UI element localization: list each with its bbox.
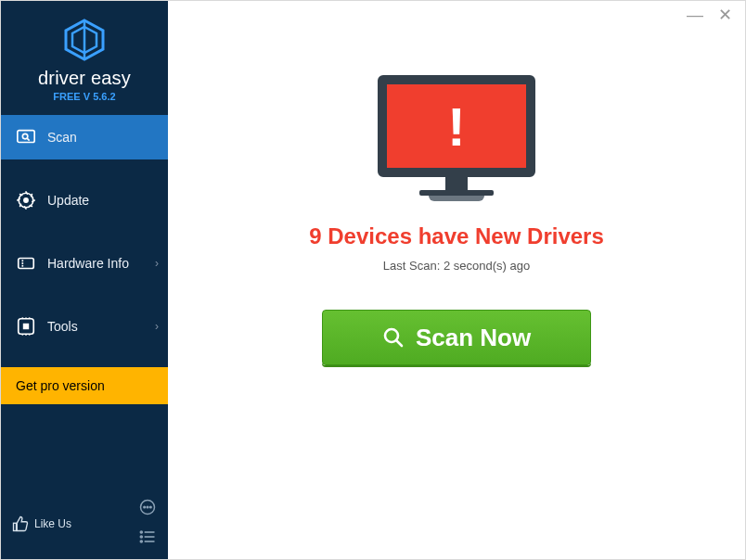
title-bar: — ✕ <box>674 1 745 29</box>
sidebar-item-label: Tools <box>47 319 78 334</box>
chevron-right-icon: › <box>155 320 159 333</box>
nav-list: Scan Update <box>1 115 168 367</box>
brand-version: FREE V 5.6.2 <box>53 91 115 102</box>
hardware-info-icon <box>16 253 36 274</box>
sidebar-item-update[interactable]: Update <box>1 178 168 223</box>
sidebar-item-tools[interactable]: Tools › <box>1 304 168 349</box>
sidebar-item-scan[interactable]: Scan <box>1 115 168 159</box>
update-icon <box>16 190 36 210</box>
svg-point-25 <box>140 531 142 533</box>
svg-point-27 <box>140 536 142 538</box>
sidebar-item-label: Update <box>47 193 89 208</box>
sidebar-item-label: Scan <box>47 130 77 145</box>
svg-rect-20 <box>14 523 17 530</box>
search-icon <box>382 326 405 349</box>
svg-rect-8 <box>19 259 34 269</box>
sidebar-footer: Like Us <box>1 498 168 550</box>
get-pro-label: Get pro version <box>16 378 105 393</box>
sidebar-item-label: Hardware Info <box>47 256 129 271</box>
like-us-label: Like Us <box>34 517 71 530</box>
status-title: 9 Devices have New Drivers <box>309 223 604 249</box>
sidebar: driver easy FREE V 5.6.2 Scan <box>1 1 168 559</box>
scan-icon <box>16 127 36 147</box>
svg-rect-13 <box>23 324 29 329</box>
svg-point-29 <box>140 541 142 542</box>
app-window: — ✕ driver easy FREE V 5.6.2 <box>0 0 746 560</box>
brand-name: driver easy <box>38 68 131 89</box>
main-panel: ! 9 Devices have New Drivers Last Scan: … <box>168 1 745 559</box>
svg-rect-3 <box>18 131 34 143</box>
thumbs-up-icon <box>12 515 29 532</box>
svg-line-5 <box>27 138 30 141</box>
scan-now-button[interactable]: Scan Now <box>322 310 591 365</box>
last-scan-text: Last Scan: 2 second(s) ago <box>383 259 530 273</box>
sidebar-item-hardware-info[interactable]: Hardware Info › <box>1 241 168 286</box>
monitor-neck <box>445 177 468 190</box>
tools-icon <box>16 316 36 337</box>
svg-line-32 <box>396 340 402 346</box>
monitor-graphic: ! <box>378 75 535 201</box>
svg-point-22 <box>144 506 146 508</box>
svg-point-6 <box>23 197 29 203</box>
svg-point-24 <box>150 506 152 508</box>
footer-icon-group <box>138 498 157 550</box>
close-button[interactable]: ✕ <box>718 6 732 23</box>
svg-point-23 <box>147 506 148 508</box>
alert-screen: ! <box>378 75 535 177</box>
svg-point-9 <box>21 262 23 264</box>
brand-block: driver easy FREE V 5.6.2 <box>1 1 168 106</box>
scan-now-label: Scan Now <box>416 324 531 352</box>
like-us-button[interactable]: Like Us <box>12 515 71 532</box>
brand-logo-icon <box>62 18 107 62</box>
exclamation-icon: ! <box>447 95 465 158</box>
svg-point-4 <box>22 134 27 139</box>
minimize-button[interactable]: — <box>687 6 703 23</box>
menu-list-icon[interactable] <box>138 528 157 550</box>
monitor-shadow <box>429 196 484 201</box>
chevron-right-icon: › <box>155 257 159 270</box>
feedback-icon[interactable] <box>138 498 157 520</box>
get-pro-button[interactable]: Get pro version <box>1 367 168 404</box>
